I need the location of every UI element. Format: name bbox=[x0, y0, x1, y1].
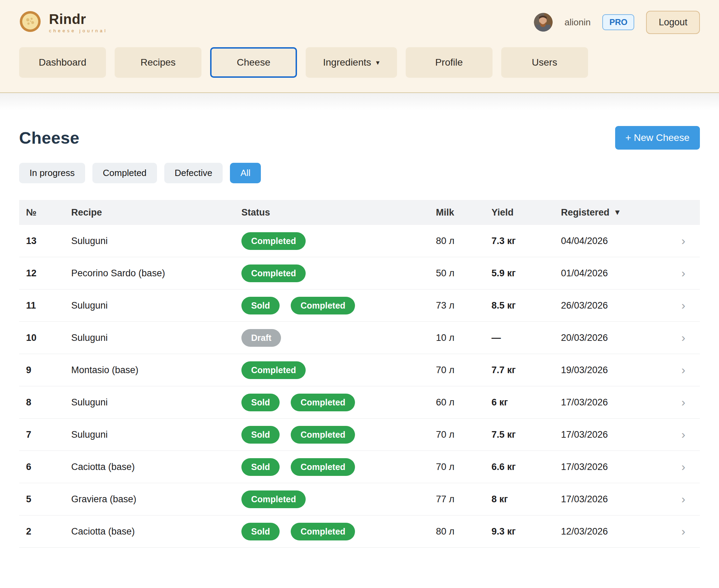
row-registered: 20/03/2026 bbox=[554, 333, 669, 343]
row-chevron-cell: › bbox=[669, 493, 700, 505]
status-badge: Completed bbox=[241, 490, 306, 508]
status-badge: Completed bbox=[241, 361, 306, 379]
table-row[interactable]: 7SuluguniSoldCompleted70 л7.5 кг17/03/20… bbox=[19, 419, 700, 451]
row-status: SoldCompleted bbox=[234, 426, 429, 444]
nav-item-dashboard[interactable]: Dashboard bbox=[19, 47, 106, 78]
column-header-recipe[interactable]: Recipe bbox=[64, 207, 234, 218]
row-milk: 80 л bbox=[429, 526, 485, 537]
table-row[interactable]: 5Graviera (base)Completed77 л8 кг17/03/2… bbox=[19, 483, 700, 515]
chevron-right-icon[interactable]: › bbox=[681, 266, 685, 279]
table-row[interactable]: 10SuluguniDraft10 л—20/03/2026› bbox=[19, 322, 700, 354]
row-milk: 73 л bbox=[429, 300, 485, 311]
user-area: alionin PRO Logout bbox=[534, 11, 700, 34]
chevron-down-icon: ▾ bbox=[376, 59, 380, 66]
main-content: Cheese + New Cheese In progressCompleted… bbox=[0, 93, 719, 576]
row-milk: 80 л bbox=[429, 236, 485, 246]
chevron-right-icon[interactable]: › bbox=[681, 331, 685, 344]
chevron-right-icon[interactable]: › bbox=[681, 234, 685, 247]
new-cheese-button[interactable]: + New Cheese bbox=[615, 126, 700, 150]
nav-item-ingredients[interactable]: Ingredients▾ bbox=[306, 47, 397, 78]
column-header-registered[interactable]: Registered ▼ bbox=[554, 207, 669, 218]
row-registered: 17/03/2026 bbox=[554, 429, 669, 440]
status-badge: Sold bbox=[241, 297, 280, 314]
status-badge: Completed bbox=[291, 458, 355, 476]
table-row[interactable]: 13SuluguniCompleted80 л7.3 кг04/04/2026› bbox=[19, 225, 700, 257]
status-badge: Completed bbox=[291, 394, 355, 411]
column-header-status[interactable]: Status bbox=[234, 207, 429, 218]
row-recipe: Pecorino Sardo (base) bbox=[64, 268, 234, 279]
nav-item-recipes[interactable]: Recipes bbox=[115, 47, 201, 78]
table-row[interactable]: 2Caciotta (base)SoldCompleted80 л9.3 кг1… bbox=[19, 515, 700, 548]
nav-item-users[interactable]: Users bbox=[501, 47, 588, 78]
row-recipe: Suluguni bbox=[64, 300, 234, 311]
filter-defective[interactable]: Defective bbox=[164, 163, 223, 183]
table-row[interactable]: 6Caciotta (base)SoldCompleted70 л6.6 кг1… bbox=[19, 451, 700, 483]
row-chevron-cell: › bbox=[669, 364, 700, 376]
row-milk: 77 л bbox=[429, 494, 485, 505]
status-badge: Completed bbox=[241, 264, 306, 282]
chevron-right-icon[interactable]: › bbox=[681, 524, 685, 538]
row-yield: 8.5 кг bbox=[485, 300, 554, 311]
pro-badge: PRO bbox=[602, 14, 634, 30]
table-row[interactable]: 12Pecorino Sardo (base)Completed50 л5.9 … bbox=[19, 257, 700, 289]
row-registered: 01/04/2026 bbox=[554, 268, 669, 279]
nav-item-profile[interactable]: Profile bbox=[406, 47, 493, 78]
row-status: Completed bbox=[234, 264, 429, 282]
row-recipe: Caciotta (base) bbox=[64, 462, 234, 472]
row-yield: — bbox=[485, 333, 554, 343]
chevron-right-icon[interactable]: › bbox=[681, 299, 685, 312]
chevron-right-icon[interactable]: › bbox=[681, 395, 685, 409]
brand-text: Rindr cheese journal bbox=[49, 11, 108, 33]
row-recipe: Caciotta (base) bbox=[64, 526, 234, 537]
filter-all[interactable]: All bbox=[230, 163, 261, 183]
row-chevron-cell: › bbox=[669, 267, 700, 279]
filter-in-progress[interactable]: In progress bbox=[19, 163, 85, 183]
table-header: № Recipe Status Milk Yield Registered ▼ bbox=[19, 200, 700, 225]
status-badge: Sold bbox=[241, 523, 280, 540]
row-recipe: Graviera (base) bbox=[64, 494, 234, 505]
column-header-number[interactable]: № bbox=[19, 207, 64, 218]
chevron-right-icon[interactable]: › bbox=[681, 363, 685, 376]
chevron-right-icon[interactable]: › bbox=[681, 460, 685, 473]
main-nav: DashboardRecipesCheeseIngredients▾Profil… bbox=[19, 47, 700, 78]
row-registered: 04/04/2026 bbox=[554, 236, 669, 246]
column-header-milk[interactable]: Milk bbox=[429, 207, 485, 218]
table-row[interactable]: 9Montasio (base)Completed70 л7.7 кг19/03… bbox=[19, 354, 700, 386]
row-number: 2 bbox=[19, 526, 64, 537]
row-milk: 50 л bbox=[429, 268, 485, 279]
chevron-right-icon[interactable]: › bbox=[681, 492, 685, 505]
row-recipe: Suluguni bbox=[64, 236, 234, 246]
column-header-yield[interactable]: Yield bbox=[485, 207, 554, 218]
row-milk: 10 л bbox=[429, 333, 485, 343]
row-registered: 12/03/2026 bbox=[554, 526, 669, 537]
nav-item-cheese[interactable]: Cheese bbox=[210, 47, 297, 78]
row-number: 7 bbox=[19, 429, 64, 440]
brand-logo[interactable]: Rindr cheese journal bbox=[19, 10, 108, 34]
status-badge: Completed bbox=[241, 232, 306, 250]
row-number: 13 bbox=[19, 236, 64, 246]
row-number: 11 bbox=[19, 300, 64, 311]
row-status: Completed bbox=[234, 232, 429, 250]
row-chevron-cell: › bbox=[669, 461, 700, 473]
registered-label: Registered bbox=[561, 207, 610, 218]
row-yield: 7.5 кг bbox=[485, 429, 554, 440]
brand-name: Rindr bbox=[49, 11, 108, 27]
row-chevron-cell: › bbox=[669, 396, 700, 409]
row-number: 9 bbox=[19, 365, 64, 376]
cheese-wheel-icon bbox=[19, 10, 41, 34]
chevron-right-icon[interactable]: › bbox=[681, 428, 685, 441]
row-yield: 6.6 кг bbox=[485, 462, 554, 472]
row-status: Draft bbox=[234, 329, 429, 347]
row-milk: 70 л bbox=[429, 462, 485, 472]
row-registered: 17/03/2026 bbox=[554, 397, 669, 408]
row-registered: 26/03/2026 bbox=[554, 300, 669, 311]
table-row[interactable]: 11SuluguniSoldCompleted73 л8.5 кг26/03/2… bbox=[19, 289, 700, 322]
filter-completed[interactable]: Completed bbox=[92, 163, 157, 183]
row-status: Completed bbox=[234, 490, 429, 508]
user-avatar[interactable] bbox=[534, 13, 553, 32]
row-yield: 9.3 кг bbox=[485, 526, 554, 537]
table-row[interactable]: 8SuluguniSoldCompleted60 л6 кг17/03/2026… bbox=[19, 386, 700, 419]
logout-button[interactable]: Logout bbox=[646, 11, 700, 34]
status-filters: In progressCompletedDefectiveAll bbox=[19, 163, 700, 183]
row-milk: 70 л bbox=[429, 429, 485, 440]
